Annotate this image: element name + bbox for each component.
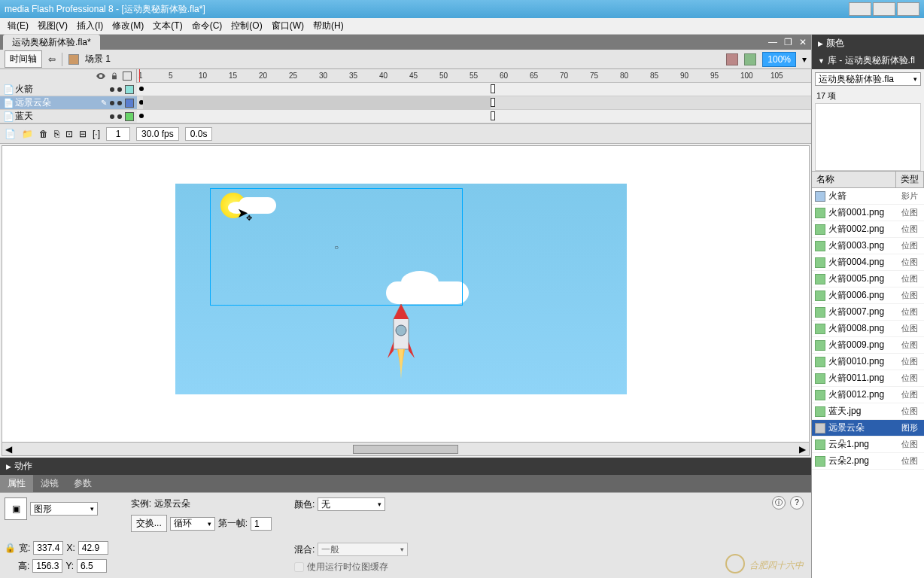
library-item[interactable]: 火箭0005.png位图 — [812, 271, 924, 287]
maximize-button[interactable] — [873, 2, 895, 16]
tab-filters[interactable]: 滤镜 — [33, 475, 66, 492]
menu-help[interactable]: 帮助(H) — [309, 18, 348, 34]
color-effect-select[interactable]: 无 — [318, 497, 385, 511]
scene-name[interactable]: 场景 1 — [85, 53, 111, 65]
library-panel-header[interactable]: 库 - 运动奥秘新体验.fl — [812, 52, 924, 69]
horizontal-scrollbar[interactable]: ◀▶ — [2, 442, 809, 455]
menubar: 辑(E) 视图(V) 插入(I) 修改(M) 文本(T) 命令(C) 控制(O)… — [0, 18, 924, 35]
playhead[interactable] — [139, 69, 140, 83]
y-input[interactable]: 6.5 — [77, 559, 107, 573]
onion-skin-button[interactable]: ⊡ — [65, 129, 73, 139]
stage-canvas[interactable]: ○ ➤✥ ◀▶ — [2, 145, 810, 456]
doc-minimize-button[interactable]: — — [767, 37, 778, 47]
layer-row[interactable]: 📄远景云朵✎ — [0, 96, 137, 110]
rocket-graphic — [386, 304, 416, 387]
menu-window[interactable]: 窗口(W) — [267, 18, 309, 34]
library-item[interactable]: 火箭0012.png位图 — [812, 387, 924, 403]
library-item-count: 17 项 — [812, 89, 924, 103]
info-button[interactable]: ⓘ — [772, 496, 786, 510]
menu-commands[interactable]: 命令(C) — [187, 18, 227, 34]
graphic-icon — [815, 423, 825, 434]
back-button[interactable]: ⇦ — [48, 54, 56, 65]
x-input[interactable]: 42.9 — [78, 541, 108, 555]
library-item[interactable]: 火箭0007.png位图 — [812, 304, 924, 321]
swap-button[interactable]: 交换... — [131, 515, 167, 532]
lock-wh-icon[interactable]: 🔒 — [5, 543, 16, 553]
bitmap-icon — [815, 257, 825, 268]
new-folder-button[interactable]: 📁 — [22, 129, 33, 139]
menu-insert[interactable]: 插入(I) — [72, 18, 108, 34]
bitmap-icon — [815, 406, 825, 417]
tab-parameters[interactable]: 参数 — [66, 475, 99, 492]
library-file-select[interactable]: 运动奥秘新体验.fla — [815, 72, 921, 86]
bitmap-icon — [815, 357, 825, 367]
library-item[interactable]: 火箭0006.png位图 — [812, 287, 924, 304]
loop-select[interactable]: 循环 — [170, 517, 215, 531]
bitmap-icon — [815, 224, 825, 235]
elapsed-time: 0.0s — [185, 127, 213, 141]
close-button[interactable] — [897, 2, 919, 16]
current-frame: 1 — [106, 127, 130, 141]
menu-text[interactable]: 文本(T) — [148, 18, 187, 34]
eye-icon[interactable] — [96, 71, 106, 81]
svg-point-0 — [396, 325, 406, 336]
height-input[interactable]: 156.3 — [32, 559, 62, 573]
doc-restore-button[interactable]: ❐ — [783, 37, 793, 47]
bitmap-icon — [815, 440, 825, 450]
zoom-level[interactable]: 100% — [762, 52, 796, 67]
new-layer-button[interactable]: 📄 — [5, 129, 16, 139]
layer-row[interactable]: 📄蓝天 — [0, 110, 137, 123]
library-list[interactable]: 火箭影片火箭0001.png位图火箭0002.png位图火箭0003.png位图… — [812, 188, 924, 578]
outline-icon[interactable] — [123, 71, 132, 81]
stage[interactable]: ○ ➤✥ — [175, 184, 627, 394]
library-item[interactable]: 火箭0003.png位图 — [812, 238, 924, 254]
onion-outline-button[interactable]: ⊟ — [79, 129, 87, 139]
menu-view[interactable]: 视图(V) — [33, 18, 72, 34]
library-item[interactable]: 火箭0002.png位图 — [812, 221, 924, 238]
edit-scene-icon[interactable] — [726, 53, 738, 65]
library-list-header: 名称 类型 — [812, 171, 924, 188]
zoom-dropdown-icon[interactable]: ▾ — [802, 54, 807, 65]
scene-icon — [68, 54, 79, 65]
library-item[interactable]: 火箭0001.png位图 — [812, 205, 924, 221]
app-title: media Flash Professional 8 - [运动奥秘新体验.fl… — [5, 3, 205, 16]
property-tabs: 属性 滤镜 参数 — [0, 475, 811, 492]
menu-control[interactable]: 控制(O) — [226, 18, 266, 34]
doc-close-button[interactable]: ✕ — [798, 37, 808, 47]
tab-properties[interactable]: 属性 — [0, 475, 33, 492]
library-item[interactable]: 蓝天.jpg位图 — [812, 403, 924, 420]
library-item[interactable]: 火箭0010.png位图 — [812, 354, 924, 370]
delete-layer-button[interactable]: 🗑 — [39, 129, 48, 139]
library-header-name[interactable]: 名称 — [812, 172, 896, 187]
library-item[interactable]: 远景云朵图形 — [812, 420, 924, 437]
library-item[interactable]: 火箭0008.png位图 — [812, 321, 924, 337]
timeline-tracks[interactable] — [137, 83, 811, 123]
menu-edit[interactable]: 辑(E) — [3, 18, 33, 34]
document-tab[interactable]: 运动奥秘新体验.fla* — [3, 35, 100, 50]
actions-panel-header[interactable]: 动作 — [0, 458, 811, 475]
first-frame-input[interactable]: 1 — [251, 517, 272, 531]
library-item[interactable]: 火箭0011.png位图 — [812, 370, 924, 387]
lock-icon[interactable] — [111, 72, 118, 80]
instance-name: 远景云朵 — [154, 497, 190, 510]
minimize-button[interactable] — [849, 2, 871, 16]
timeline-ruler[interactable]: 1510152025303540455055606570758085909510… — [137, 69, 811, 83]
library-item[interactable]: 云朵1.png位图 — [812, 437, 924, 453]
width-input[interactable]: 337.4 — [33, 541, 63, 555]
library-item[interactable]: 火箭0004.png位图 — [812, 254, 924, 271]
layer-row[interactable]: 📄火箭 — [0, 83, 137, 96]
bitmap-icon — [815, 307, 825, 318]
help-button[interactable]: ? — [790, 496, 804, 510]
color-panel-header[interactable]: 颜色 — [812, 35, 924, 52]
center-frame-button[interactable]: ⎘ — [54, 129, 59, 139]
library-header-type[interactable]: 类型 — [896, 172, 924, 187]
edit-symbol-icon[interactable] — [744, 53, 756, 65]
library-item[interactable]: 火箭0009.png位图 — [812, 337, 924, 354]
symbol-type-select[interactable]: 图形 — [30, 502, 98, 516]
edit-multiple-button[interactable]: [·] — [93, 129, 100, 139]
layer-list: 📄火箭📄远景云朵✎📄蓝天 — [0, 83, 137, 123]
library-item[interactable]: 火箭影片 — [812, 188, 924, 205]
timeline-toggle-button[interactable]: 时间轴 — [5, 50, 42, 68]
menu-modify[interactable]: 修改(M) — [108, 18, 148, 34]
library-item[interactable]: 云朵2.png位图 — [812, 453, 924, 470]
